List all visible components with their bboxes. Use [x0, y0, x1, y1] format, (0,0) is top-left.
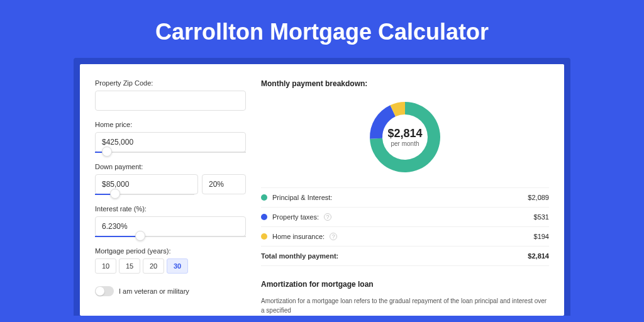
- veteran-toggle[interactable]: [95, 286, 114, 296]
- breakdown-row: Property taxes:?$531: [261, 207, 549, 226]
- breakdown-label: Property taxes:: [272, 213, 319, 221]
- period-label: Mortgage period (years):: [95, 247, 246, 255]
- breakdown-row: Principal & Interest:$2,089: [261, 187, 549, 207]
- breakdown-value: $194: [534, 233, 549, 240]
- down-label: Down payment:: [95, 163, 246, 170]
- breakdown-value: $2,089: [528, 194, 549, 201]
- zip-input[interactable]: [95, 91, 246, 111]
- help-icon[interactable]: ?: [330, 233, 337, 240]
- down-pct-input[interactable]: [202, 174, 246, 194]
- card-wrapper: Property Zip Code: Home price: Down paym…: [74, 58, 570, 316]
- breakdown-total-row: Total monthly payment:$2,814: [261, 246, 549, 266]
- field-down: Down payment:: [95, 163, 246, 195]
- veteran-row: I am veteran or military: [95, 286, 246, 296]
- total-value: $2,814: [528, 252, 549, 260]
- rate-slider[interactable]: [95, 236, 246, 237]
- breakdown-title: Monthly payment breakdown:: [261, 79, 549, 88]
- breakdown-list: Principal & Interest:$2,089Property taxe…: [261, 187, 549, 266]
- rate-input[interactable]: [95, 216, 246, 236]
- donut-value: $2,814: [387, 127, 422, 140]
- amort-title: Amortization for mortgage loan: [261, 280, 549, 289]
- period-btn-20[interactable]: 20: [143, 258, 164, 274]
- down-slider[interactable]: [95, 194, 194, 195]
- price-label: Home price:: [95, 121, 246, 128]
- breakdown-label: Home insurance:: [272, 233, 325, 240]
- field-period: Mortgage period (years): 10152030: [95, 247, 246, 274]
- rate-label: Interest rate (%):: [95, 205, 246, 213]
- breakdown-label: Principal & Interest:: [272, 194, 332, 201]
- page-title: Carrollton Mortgage Calculator: [0, 0, 644, 58]
- donut-sub: per month: [391, 140, 419, 147]
- legend-dot: [261, 214, 267, 220]
- form-column: Property Zip Code: Home price: Down paym…: [95, 79, 246, 301]
- down-slider-thumb[interactable]: [110, 189, 120, 199]
- price-slider[interactable]: [95, 152, 246, 153]
- breakdown-column: Monthly payment breakdown: $2,814 per mo…: [261, 79, 549, 301]
- period-btn-15[interactable]: 15: [119, 258, 140, 274]
- help-icon[interactable]: ?: [324, 213, 331, 221]
- zip-label: Property Zip Code:: [95, 79, 246, 87]
- rate-slider-thumb[interactable]: [135, 231, 145, 241]
- legend-dot: [261, 233, 267, 240]
- breakdown-value: $531: [534, 213, 549, 221]
- period-btn-30[interactable]: 30: [167, 258, 188, 274]
- field-price: Home price:: [95, 121, 246, 153]
- veteran-label: I am veteran or military: [119, 287, 189, 295]
- field-rate: Interest rate (%):: [95, 205, 246, 237]
- price-input[interactable]: [95, 132, 246, 152]
- calculator-card: Property Zip Code: Home price: Down paym…: [80, 64, 564, 316]
- donut-chart: $2,814 per month: [261, 99, 549, 175]
- price-slider-thumb[interactable]: [102, 147, 112, 157]
- period-btn-10[interactable]: 10: [95, 258, 116, 274]
- total-label: Total monthly payment:: [261, 252, 338, 260]
- breakdown-row: Home insurance:?$194: [261, 226, 549, 246]
- field-zip: Property Zip Code:: [95, 79, 246, 111]
- legend-dot: [261, 194, 267, 201]
- amort-body: Amortization for a mortgage loan refers …: [261, 296, 549, 315]
